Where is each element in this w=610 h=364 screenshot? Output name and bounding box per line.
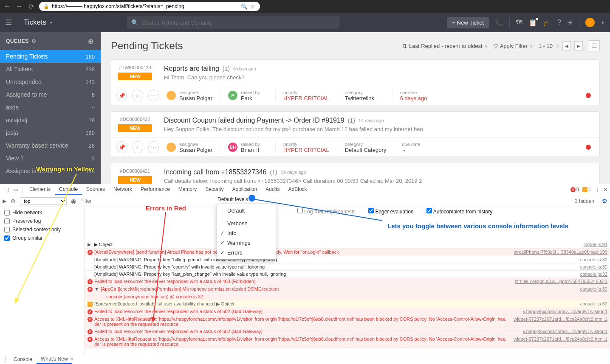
log-source-link[interactable]: v.happyfoxchat.com/v…fo/api/v1/visitor:1 xyxy=(519,309,607,314)
log-source-link[interactable]: console.js:32 xyxy=(576,272,607,277)
console-log-line[interactable]: [Amplitude] WARNING: Property key "last_… xyxy=(85,271,610,278)
log-source-link[interactable]: v.happyfoxchat.com/v…fo/api/v1/visitor:1 xyxy=(519,329,607,334)
checkbox[interactable] xyxy=(426,208,432,213)
devtools-tab-adblock[interactable]: AdBlock xyxy=(284,185,311,195)
search-in-url-icon[interactable]: 🔍 xyxy=(241,3,248,10)
sidebar-queue-item[interactable]: asda~ xyxy=(0,101,101,114)
copy-icon[interactable]: 📋 xyxy=(528,19,537,27)
pager-prev[interactable]: ◀ xyxy=(562,41,571,50)
devtools-tab-elements[interactable]: Elements xyxy=(25,185,55,195)
log-source-link[interactable]: console.js:32 xyxy=(576,301,607,306)
devtools-tab-performance[interactable]: Performance xyxy=(136,185,174,195)
collapse-icon[interactable]: ▼ xyxy=(94,286,99,291)
user-avatar[interactable] xyxy=(585,18,595,27)
gear-icon[interactable]: ⚙ xyxy=(31,38,37,44)
reload-button[interactable]: ⟳ xyxy=(27,3,35,10)
console-log-line[interactable]: 2Failed to load resource: the server res… xyxy=(85,328,610,336)
console-option[interactable]: Autocomplete from history xyxy=(426,208,493,215)
module-selector[interactable]: Tickets ▼ xyxy=(24,18,53,27)
menu-icon[interactable]: ☰ xyxy=(5,18,18,27)
ticket-subject[interactable]: Incoming call from +18553327346 xyxy=(164,168,267,176)
levels-menu-item[interactable]: Info xyxy=(217,228,276,238)
log-source-link[interactable]: console.js:32 xyxy=(576,264,607,269)
settings-sun-icon[interactable]: ☀ xyxy=(567,19,573,27)
filter-control[interactable]: ▽ Apply Filter ∨ xyxy=(494,43,533,49)
map-icon[interactable]: 🗺 xyxy=(516,19,522,26)
sidebar-queue-item[interactable]: Assignee is unset148 xyxy=(0,165,101,177)
checkbox[interactable] xyxy=(4,210,10,216)
help-icon[interactable]: ? xyxy=(557,19,561,26)
checkbox[interactable] xyxy=(368,208,374,213)
log-levels-dropdown[interactable]: DefaultVerboseInfoWarningsErrors xyxy=(217,204,276,260)
ticket-subject[interactable]: Reports are failing xyxy=(164,65,219,73)
console-output[interactable]: Log XMLHttpRequests Eager evaluation Aut… xyxy=(85,207,610,354)
live-expression-icon[interactable]: ◉ xyxy=(71,198,76,204)
devtools-tab-security[interactable]: Security xyxy=(201,185,228,195)
pin-icon[interactable]: 📌 xyxy=(116,90,127,101)
checkbox[interactable] xyxy=(4,235,10,241)
levels-menu-item[interactable]: Verbose xyxy=(217,218,276,228)
bookmark-star-icon[interactable]: ☆ xyxy=(250,3,256,10)
console-option[interactable]: Eager evaluation xyxy=(368,208,413,215)
forward-button[interactable]: → xyxy=(15,3,23,10)
sidebar-queue-item[interactable]: aslajdslj18 xyxy=(0,114,101,126)
log-source-link[interactable]: console.js:32 xyxy=(576,286,607,291)
raised-by-value[interactable]: Park xyxy=(241,95,260,101)
global-search[interactable]: 🔍 xyxy=(127,16,339,29)
checkbox[interactable] xyxy=(4,218,10,224)
category-value[interactable]: Default Category xyxy=(345,147,387,153)
chevron-down-icon[interactable]: ∨ xyxy=(556,44,559,48)
clear-console-icon[interactable]: ⊘ xyxy=(11,198,16,204)
sidebar-queue-item[interactable]: Assigned to me6 xyxy=(0,88,101,101)
log-source-link[interactable]: hf-files-oregon.s3.a…png?1554795524832:1 xyxy=(511,279,607,284)
devtools-tab-console[interactable]: Console xyxy=(55,185,82,195)
log-source-link[interactable]: widget-97237c2671afd…f8ca24a8cfc0.html:1 xyxy=(509,336,607,342)
drawer-tab[interactable]: Console xyxy=(9,355,37,364)
sidebar-queue-item[interactable]: Pending Tickets160 xyxy=(0,50,101,63)
pager-next[interactable]: ▶ xyxy=(574,41,583,50)
devtools-close-icon[interactable]: ✕ xyxy=(603,187,607,193)
sidebar-queue-item[interactable]: jasja160 xyxy=(0,126,101,139)
console-log-line[interactable]: 2Failed to load resource: the server res… xyxy=(85,308,610,316)
sort-control[interactable]: ⇅ Last Replied - recent to oldest ∨ xyxy=(402,43,488,49)
category-value[interactable]: Twitterrelink xyxy=(345,95,384,101)
assignee-value[interactable]: Susan Polgar xyxy=(179,95,212,101)
new-ticket-button[interactable]: + New Ticket xyxy=(447,17,489,28)
console-log-line[interactable]: ▶▶ Objectlogger.js:91 xyxy=(85,241,610,249)
sidebar-queue-item[interactable]: All Tickets238 xyxy=(0,63,101,76)
device-icon[interactable]: ▭ xyxy=(11,187,20,193)
devtools-tab-network[interactable]: Network xyxy=(109,185,136,195)
raised-by-value[interactable]: Brian H xyxy=(241,147,260,153)
chevron-down-icon[interactable]: ▼ xyxy=(601,20,605,25)
drawer-menu-icon[interactable]: ⋮ xyxy=(3,356,8,362)
levels-menu-item[interactable]: Default xyxy=(217,206,276,216)
drawer-tab[interactable]: What's New xyxy=(37,355,72,364)
warning-indicator[interactable]: !1 xyxy=(582,187,591,193)
close-icon[interactable]: ✕ xyxy=(70,356,73,362)
graduation-icon[interactable]: 🎓 xyxy=(543,19,551,27)
url-bar[interactable]: 🔒 🔍 ☆ xyxy=(39,2,260,11)
console-log-line[interactable]: console.(anonymous function) @ console.j… xyxy=(85,293,610,300)
devtools-tab-sources[interactable]: Sources xyxy=(82,185,109,195)
console-log-line[interactable]: [Amplitude] WARNING: Property key "count… xyxy=(85,263,610,271)
devtools-tab-memory[interactable]: Memory xyxy=(174,185,201,195)
console-log-line[interactable]: ✕Failed to load resource: the server res… xyxy=(85,278,610,286)
back-button[interactable]: ← xyxy=(3,3,11,10)
log-source-link[interactable]: widget-97237c2671afd…f8ca24a8cfc0.html:1 xyxy=(509,316,607,322)
more-icon[interactable]: ⋯ xyxy=(148,141,159,153)
console-option[interactable]: Selected context only xyxy=(4,227,80,232)
error-indicator[interactable]: ✕9 xyxy=(570,187,579,193)
console-log-line[interactable]: ✕Access to XMLHttpRequest at 'https://v.… xyxy=(85,336,610,348)
add-queue-icon[interactable]: ⊕ xyxy=(87,37,95,45)
console-settings-icon[interactable]: ⚙ xyxy=(602,198,607,204)
console-option[interactable]: Group similar xyxy=(4,235,80,241)
console-log-line[interactable]: ✕▼[AppCtrl][checkMicrophonePermission] M… xyxy=(85,286,610,293)
console-log-line[interactable]: ✕Access to XMLHttpRequest at 'https://v.… xyxy=(85,316,610,328)
devtools-tab-audits[interactable]: Audits xyxy=(261,185,284,195)
console-log-line[interactable]: ✕[AircallEverywhere] [send function] Air… xyxy=(85,249,610,256)
console-option[interactable]: Hide network xyxy=(4,210,80,216)
star-icon[interactable]: ☆ xyxy=(132,141,143,153)
console-log-line[interactable]: [Amplitude] WARNING: Property key "billi… xyxy=(85,256,610,263)
phone-icon[interactable]: 📞 xyxy=(495,19,503,27)
assignee-value[interactable]: Susan Polgar xyxy=(179,147,212,153)
